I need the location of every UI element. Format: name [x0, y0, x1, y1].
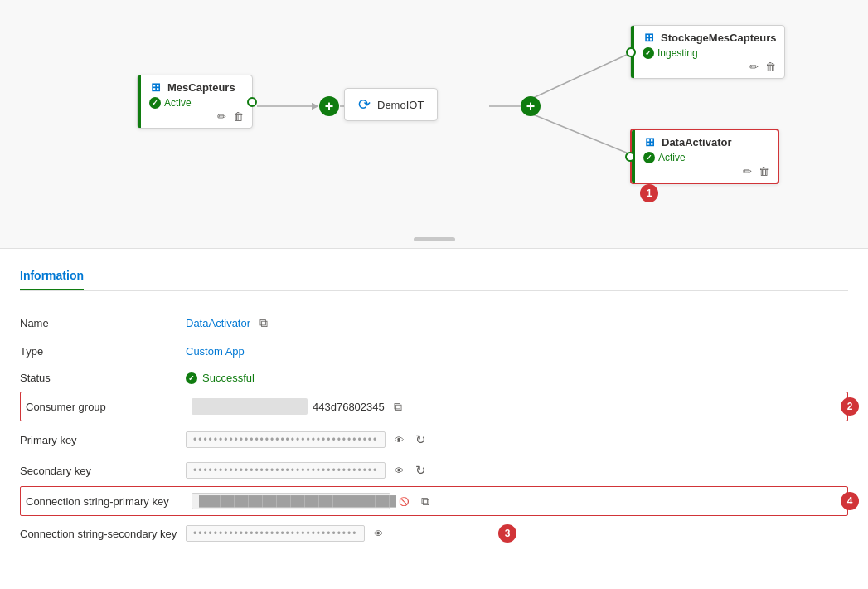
mes-capteurs-node: ⊞ MesCapteurs Active ✏ 🗑: [137, 75, 253, 129]
consumer-group-row: Consumer group 443d76802345 2: [20, 392, 848, 421]
active-status-dot: [149, 97, 161, 109]
table-icon: ⊞: [149, 80, 162, 94]
secondary-key-row: Secondary key ••••••••••••••••••••••••••…: [20, 455, 848, 486]
copy-consumer-group-btn[interactable]: [390, 398, 406, 415]
primary-key-row: Primary key ••••••••••••••••••••••••••••…: [20, 425, 848, 455]
badge-3: 3: [498, 524, 516, 543]
status-label: Status: [20, 372, 186, 384]
tab-bar: Information: [20, 262, 848, 291]
status-row: Status Successful: [20, 365, 848, 392]
type-value: Custom App: [186, 345, 848, 358]
name-label: Name: [20, 317, 186, 329]
add-connection-btn-1[interactable]: +: [319, 96, 339, 116]
secondary-key-masked: ••••••••••••••••••••••••••••••••••••: [186, 462, 386, 479]
conn-secondary-row: Connection string-secondary key ••••••••…: [20, 519, 848, 548]
conn-primary-value: ████████████████████████████: [192, 493, 842, 509]
demoiot-title: DemoIOT: [377, 99, 424, 111]
badge-2: 2: [841, 397, 859, 416]
conn-primary-row: Connection string-primary key ██████████…: [20, 486, 848, 516]
status-value: Successful: [186, 372, 848, 384]
consumer-group-masked: [192, 398, 308, 415]
conn-primary-masked: ████████████████████████████: [192, 493, 390, 509]
divider-handle[interactable]: [414, 237, 455, 241]
edit-icon[interactable]: ✏: [217, 110, 226, 123]
stockage-status-dot: [643, 47, 654, 59]
consumer-group-value: 443d76802345: [192, 398, 842, 415]
conn-secondary-label: Connection string-secondary key: [20, 528, 186, 540]
name-value-text: DataActivator: [186, 317, 250, 329]
show-primary-key-btn[interactable]: [390, 431, 407, 448]
data-activator-edit-icon[interactable]: ✏: [743, 165, 752, 178]
name-value: DataActivator: [186, 314, 848, 331]
consumer-group-label: Consumer group: [26, 401, 192, 413]
secondary-key-value: ••••••••••••••••••••••••••••••••••••: [186, 462, 848, 479]
add-connection-btn-2[interactable]: +: [521, 96, 541, 116]
copy-conn-primary-btn[interactable]: [417, 493, 434, 509]
type-label: Type: [20, 345, 186, 358]
data-activator-delete-icon[interactable]: 🗑: [759, 165, 769, 178]
stockage-icon: ⊞: [643, 31, 656, 44]
data-activator-node: ⊞ DataActivator Active ✏ 🗑: [630, 129, 779, 184]
type-value-text: Custom App: [186, 345, 245, 358]
svg-line-3: [533, 54, 628, 98]
secondary-key-label: Secondary key: [20, 465, 186, 477]
stockage-edit-icon[interactable]: ✏: [749, 61, 759, 73]
name-row: Name DataActivator: [20, 308, 848, 338]
refresh-primary-key-btn[interactable]: [412, 431, 429, 448]
type-row: Type Custom App: [20, 338, 848, 365]
mes-capteurs-status: Active: [164, 97, 192, 109]
show-secondary-key-btn[interactable]: [390, 462, 407, 479]
show-conn-secondary-btn[interactable]: [370, 525, 386, 542]
diagram-area: ⊞ MesCapteurs Active ✏ 🗑 + ⟳ DemoIOT + ⊞…: [0, 0, 868, 249]
primary-key-value: ••••••••••••••••••••••••••••••••••••: [186, 431, 848, 448]
data-activator-status-dot: [643, 152, 655, 163]
stockage-title: StockageMesCapteurs: [661, 32, 776, 44]
conn-secondary-masked: ••••••••••••••••••••••••••••••••: [186, 525, 365, 542]
stockage-delete-icon[interactable]: 🗑: [765, 61, 776, 73]
data-activator-icon: ⊞: [643, 135, 657, 148]
conn-secondary-value: ••••••••••••••••••••••••••••••••: [186, 525, 848, 542]
status-value-text: Successful: [202, 372, 255, 384]
svg-line-4: [533, 114, 628, 153]
copy-name-btn[interactable]: [255, 314, 272, 331]
data-activator-title: DataActivator: [662, 136, 732, 148]
tab-information[interactable]: Information: [20, 262, 84, 290]
badge-4: 4: [841, 492, 859, 510]
consumer-group-id: 443d76802345: [313, 401, 385, 413]
demo-iot-node: ⟳ DemoIOT: [344, 88, 438, 121]
conn-primary-label: Connection string-primary key: [26, 495, 192, 508]
hide-conn-primary-btn[interactable]: [395, 493, 412, 509]
primary-key-label: Primary key: [20, 434, 186, 446]
badge-1: 1: [640, 184, 658, 202]
primary-key-masked: ••••••••••••••••••••••••••••••••••••: [186, 431, 386, 448]
info-panel: Information Name DataActivator Type Cust…: [0, 249, 868, 589]
refresh-secondary-key-btn[interactable]: [412, 462, 429, 479]
stockage-status: Ingesting: [657, 47, 698, 59]
demoiot-icon: ⟳: [358, 95, 371, 114]
status-successful-dot: [186, 372, 197, 384]
stockage-node: ⊞ StockageMesCapteurs Ingesting ✏ 🗑: [630, 25, 785, 79]
mes-capteurs-title: MesCapteurs: [167, 81, 235, 94]
data-activator-status: Active: [658, 152, 686, 163]
delete-icon[interactable]: 🗑: [233, 110, 244, 123]
